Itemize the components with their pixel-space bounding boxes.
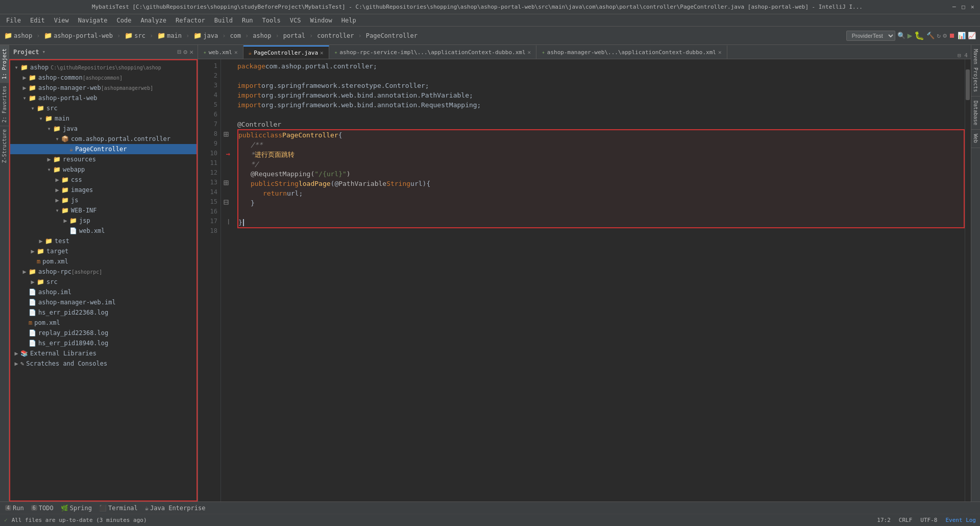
- breadcrumb-controller[interactable]: controller: [317, 32, 354, 39]
- scrollbar-thumb[interactable]: [966, 69, 970, 100]
- tab-close[interactable]: ✕: [528, 49, 531, 56]
- breadcrumb-portal[interactable]: portal: [283, 32, 305, 39]
- tree-item-ashop-rpc[interactable]: ▶ 📁 ashop-rpc [ashoprpc]: [10, 267, 197, 277]
- profile-button[interactable]: 📈: [968, 32, 976, 39]
- tab-close[interactable]: ✕: [320, 50, 324, 56]
- tab-close[interactable]: ✕: [718, 49, 722, 56]
- run-button[interactable]: ▶: [908, 31, 913, 40]
- tab-run[interactable]: 4 Run: [2, 502, 27, 514]
- tab-webxml[interactable]: ✦ web.xml ✕: [198, 45, 243, 59]
- stop-button[interactable]: ⏹: [949, 32, 955, 39]
- tree-item-pom2[interactable]: m pom.xml: [10, 318, 197, 328]
- right-scrollbar[interactable]: [965, 59, 971, 501]
- menu-navigate[interactable]: Navigate: [74, 16, 112, 25]
- tab-close[interactable]: ✕: [234, 49, 238, 56]
- tree-item-manager-iml[interactable]: 📄 ashop-manager-web.iml: [10, 297, 197, 307]
- tree-item-test[interactable]: ▶ 📁 test: [10, 236, 197, 246]
- tree-item-target[interactable]: ▶ 📁 target: [10, 246, 197, 256]
- settings-button[interactable]: ⚙: [943, 32, 947, 39]
- tab-terminal[interactable]: ⬛ Terminal: [96, 502, 141, 514]
- panel-settings[interactable]: ⚙: [183, 48, 187, 56]
- menu-edit[interactable]: Edit: [26, 16, 49, 25]
- cursor-position[interactable]: 17:2: [877, 517, 891, 523]
- menu-refactor[interactable]: Refactor: [172, 16, 209, 25]
- tab-spring[interactable]: 🌿 Spring: [58, 502, 95, 514]
- gutter-fold-8[interactable]: [221, 129, 231, 139]
- maximize-button[interactable]: □: [960, 4, 967, 11]
- tree-item-main[interactable]: ▾ 📁 main: [10, 113, 197, 124]
- gutter-fold-15[interactable]: [221, 197, 231, 207]
- tree-item-images[interactable]: ▶ 📁 images: [10, 185, 197, 195]
- close-button[interactable]: ✕: [969, 4, 976, 11]
- tree-item-webapp[interactable]: ▾ 📁 webapp: [10, 164, 197, 175]
- breadcrumb-java[interactable]: 📁 java: [193, 32, 218, 39]
- debug-button[interactable]: 🐛: [914, 31, 924, 40]
- tree-item-replay[interactable]: 📄 replay_pid22368.log: [10, 328, 197, 338]
- tab-ashop-rpc-context[interactable]: ✦ ashop-rpc-service-impl\...\application…: [329, 45, 537, 59]
- tab-structure[interactable]: Z-Structure: [0, 126, 9, 166]
- panel-dropdown-icon[interactable]: ▾: [42, 49, 46, 55]
- tree-item-ashop-portal-web[interactable]: ▾ 📁 ashop-portal-web: [10, 93, 197, 103]
- breadcrumb-portal-web[interactable]: 📁 ashop-portal-web: [44, 32, 113, 39]
- menu-code[interactable]: Code: [113, 16, 136, 25]
- tree-item-webinf[interactable]: ▾ 📁 WEB-INF: [10, 205, 197, 216]
- tree-item-ashop-manager-web[interactable]: ▶ 📁 ashop-manager-web [ashopmanagerweb]: [10, 83, 197, 93]
- breadcrumb-ashop2[interactable]: ashop: [253, 32, 271, 39]
- tab-pagecontroller[interactable]: ☕ PageController.java ✕: [243, 45, 329, 59]
- menu-file[interactable]: File: [2, 16, 25, 25]
- tree-item-css[interactable]: ▶ 📁 css: [10, 175, 197, 185]
- coverage-button[interactable]: 📊: [958, 32, 966, 39]
- tab-project[interactable]: 1: Project: [0, 45, 9, 82]
- menu-run[interactable]: Run: [238, 16, 257, 25]
- line-ending[interactable]: CRLF: [899, 517, 913, 523]
- tab-todo[interactable]: 6 TODO: [28, 502, 57, 514]
- tree-item-src2[interactable]: ▶ 📁 src: [10, 277, 197, 287]
- breadcrumb-com[interactable]: com: [230, 32, 241, 39]
- tab-favorites[interactable]: 2: Favorites: [0, 82, 9, 126]
- build-button[interactable]: 🔨: [926, 32, 935, 39]
- reload-button[interactable]: ↻: [937, 32, 941, 39]
- breadcrumb-pagecontroller[interactable]: PageController: [366, 32, 418, 39]
- tree-item-ashop-common[interactable]: ▶ 📁 ashop-common [ashopcommon]: [10, 73, 197, 83]
- gutter-fold-13[interactable]: [221, 178, 231, 187]
- panel-close[interactable]: ✕: [189, 48, 193, 56]
- code-editor[interactable]: package com.ashop.portal.controller; imp…: [231, 59, 965, 501]
- menu-help[interactable]: Help: [337, 16, 360, 25]
- encoding[interactable]: UTF-8: [920, 517, 937, 523]
- tree-item-ashop-iml[interactable]: 📄 ashop.iml: [10, 287, 197, 297]
- tree-item-webxml-inner[interactable]: 📄 web.xml: [10, 226, 197, 236]
- menu-view[interactable]: View: [50, 16, 73, 25]
- menu-window[interactable]: Window: [306, 16, 336, 25]
- tab-ashop-manager-context[interactable]: ✦ ashop-manager-web\...\applicationConte…: [536, 45, 727, 59]
- menu-build[interactable]: Build: [210, 16, 237, 25]
- tree-item-jsp[interactable]: ▶ 📁 jsp: [10, 216, 197, 226]
- tree-item-java[interactable]: ▾ 📁 java: [10, 124, 197, 134]
- minimize-button[interactable]: ─: [950, 4, 958, 11]
- tree-item-scratches[interactable]: ▶ ✎ Scratches and Consoles: [10, 358, 197, 369]
- panel-collapse-all[interactable]: ⊟: [178, 48, 182, 56]
- tree-item-package[interactable]: ▾ 📦 com.ashop.portal.controller: [10, 134, 197, 144]
- tab-maven-projects[interactable]: Maven Projects: [971, 45, 980, 97]
- tab-java-enterprise[interactable]: ☕ Java Enterprise: [142, 502, 209, 514]
- tree-item-js[interactable]: ▶ 📁 js: [10, 195, 197, 205]
- tab-database[interactable]: Database: [971, 97, 980, 130]
- tree-item-pom-portal[interactable]: m pom.xml: [10, 256, 197, 267]
- menu-analyze[interactable]: Analyze: [136, 16, 170, 25]
- menu-vcs[interactable]: VCS: [286, 16, 305, 25]
- tree-item-pagecontroller[interactable]: ☕ PageController: [10, 144, 197, 154]
- tree-item-external-libraries[interactable]: ▶ 📚 External Libraries: [10, 348, 197, 358]
- tree-item-resources[interactable]: ▶ 📁 resources: [10, 154, 197, 164]
- menu-tools[interactable]: Tools: [258, 16, 285, 25]
- breadcrumb-ashop[interactable]: 📁 ashop: [4, 32, 32, 39]
- breadcrumb-main[interactable]: 📁 main: [157, 32, 182, 39]
- tree-item-hs-err2[interactable]: 📄 hs_err_pid18940.log: [10, 338, 197, 348]
- tab-web[interactable]: Web: [971, 130, 980, 148]
- tree-item-ashop[interactable]: ▾ 📁 ashop C:\githubRepositories\shopping…: [10, 62, 197, 73]
- toolbar-icon-search[interactable]: 🔍: [897, 32, 905, 39]
- tree-item-src[interactable]: ▾ 📁 src: [10, 103, 197, 113]
- event-log-link[interactable]: Event Log: [945, 517, 976, 523]
- run-config-select[interactable]: ProviderTest: [846, 31, 895, 41]
- editor-tab-actions[interactable]: ⊟ 4: [954, 52, 971, 59]
- tree-item-hs-err1[interactable]: 📄 hs_err_pid22368.log: [10, 307, 197, 318]
- breadcrumb-src[interactable]: 📁 src: [125, 32, 145, 39]
